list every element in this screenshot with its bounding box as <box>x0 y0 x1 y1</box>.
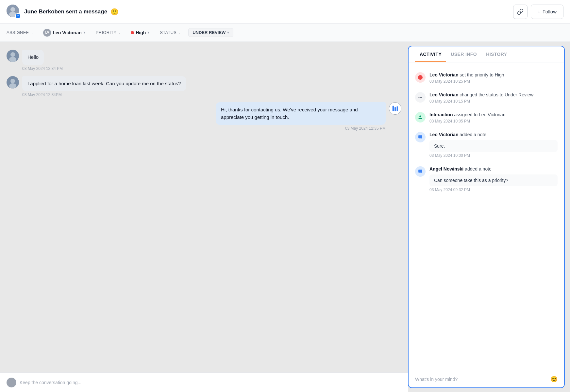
agent-avatar <box>389 102 401 115</box>
message-bubble-1: Hello <box>22 50 44 65</box>
message-time-3: 03 May 2024 12:35 PM <box>7 126 401 131</box>
status-value: UNDER REVIEW <box>193 30 226 35</box>
sender-avatar-stack: f <box>7 5 21 19</box>
activity-item-3: Interaction assigned to Leo Victorian 03… <box>415 107 558 127</box>
activity-panel: ACTIVITY USER INFO HISTORY ! Leo Victori… <box>408 46 565 388</box>
activity-item-2: Leo Victorian changed the status to Unde… <box>415 88 558 107</box>
activity-icon-4 <box>415 132 426 142</box>
panel-tabs: ACTIVITY USER INFO HISTORY <box>409 46 564 62</box>
svg-rect-10 <box>394 107 396 111</box>
header-emoji: 🙂 <box>110 8 119 16</box>
svg-point-5 <box>9 57 16 62</box>
platform-badge: f <box>15 13 21 19</box>
status-selector[interactable]: UNDER REVIEW ▾ <box>188 28 233 37</box>
message-row-3: Hi, thanks for contacting us. We've rece… <box>7 102 401 125</box>
tab-activity[interactable]: ACTIVITY <box>415 46 446 62</box>
activity-content-3: Interaction assigned to Leo Victorian 03… <box>429 111 558 123</box>
activity-content-5: Angel Nowinski added a note Can someone … <box>429 166 558 192</box>
svg-rect-11 <box>397 106 398 111</box>
activity-feed: ! Leo Victorian set the priority to High… <box>409 62 564 371</box>
activity-item-5: Angel Nowinski added a note Can someone … <box>415 162 558 196</box>
assignee-avatar: LV <box>43 29 51 37</box>
link-button[interactable] <box>513 5 528 19</box>
priority-item: PRIORITY : <box>96 30 120 35</box>
activity-text-3: Interaction assigned to Leo Victorian <box>429 111 558 118</box>
chat-input-avatar <box>7 378 16 387</box>
message-bubble-2: I applied for a home loan last week. Can… <box>22 76 186 91</box>
follow-button[interactable]: + Follow <box>531 5 563 19</box>
message-group-1: Hello 03 May 2024 12:34 PM <box>7 50 401 71</box>
priority-label: PRIORITY <box>96 30 116 35</box>
follow-icon: + <box>538 9 541 14</box>
message-time-2: 03 May 2024 12:34PM <box>7 92 401 97</box>
assignee-name: Leo Victorian <box>53 30 81 35</box>
activity-text-4: Leo Victorian added a note <box>429 131 558 138</box>
status-item: STATUS : <box>160 30 180 35</box>
activity-content-1: Leo Victorian set the priority to High 0… <box>429 72 558 84</box>
activity-text-1: Leo Victorian set the priority to High <box>429 72 558 78</box>
customer-avatar-1 <box>7 50 19 62</box>
activity-input-placeholder[interactable]: What's in your mind? <box>415 377 547 382</box>
svg-point-14 <box>419 97 419 98</box>
activity-icon-5 <box>415 166 426 177</box>
header-left: f June Berkoben sent a message 🙂 <box>7 5 119 19</box>
activity-icon-2 <box>415 92 426 103</box>
activity-text-5: Angel Nowinski added a note <box>429 166 558 172</box>
activity-icon-1: ! <box>415 72 426 83</box>
activity-note-4: Sure. <box>429 140 558 152</box>
svg-point-8 <box>9 83 16 89</box>
chat-panel: Hello 03 May 2024 12:34 PM I applied for… <box>0 42 408 392</box>
message-row-2: I applied for a home loan last week. Can… <box>7 76 401 91</box>
activity-time-3: 03 May 2024 10:05 PM <box>429 119 558 123</box>
status-label: STATUS <box>160 30 176 35</box>
customer-avatar-2 <box>7 76 19 89</box>
activity-input-bar: What's in your mind? 😊 <box>409 371 564 387</box>
activity-text-2: Leo Victorian changed the status to Unde… <box>429 91 558 98</box>
header-right: + Follow <box>513 5 563 19</box>
priority-value: High <box>136 30 146 35</box>
tab-user-info[interactable]: USER INFO <box>446 46 481 62</box>
priority-selector[interactable]: High ▾ <box>128 29 152 37</box>
assignee-item: ASSIGNEE : <box>7 30 33 35</box>
message-time-1: 03 May 2024 12:34 PM <box>7 66 401 71</box>
message-group-2: I applied for a home loan last week. Can… <box>7 76 401 97</box>
svg-point-7 <box>10 79 15 83</box>
svg-point-16 <box>421 97 422 98</box>
svg-text:!: ! <box>419 76 420 79</box>
priority-dot <box>131 31 134 34</box>
svg-point-1 <box>10 7 15 12</box>
svg-point-15 <box>420 97 421 98</box>
activity-time-2: 03 May 2024 10:15 PM <box>429 99 558 104</box>
activity-time-1: 03 May 2024 10:25 PM <box>429 79 558 84</box>
activity-content-2: Leo Victorian changed the status to Unde… <box>429 91 558 104</box>
assignee-chevron: ▾ <box>83 30 85 35</box>
status-chevron: ▾ <box>227 30 229 35</box>
follow-label: Follow <box>543 9 557 14</box>
message-row-1: Hello <box>7 50 401 65</box>
toolbar: ASSIGNEE : LV Leo Victorian ▾ PRIORITY :… <box>0 24 570 42</box>
assignee-label: ASSIGNEE <box>7 30 29 35</box>
activity-content-4: Leo Victorian added a note Sure. 03 May … <box>429 131 558 158</box>
activity-icon-3 <box>415 112 426 122</box>
activity-item-4: Leo Victorian added a note Sure. 03 May … <box>415 127 558 162</box>
chat-input-placeholder[interactable]: Keep the conversation going... <box>20 380 401 385</box>
chat-messages: Hello 03 May 2024 12:34 PM I applied for… <box>0 42 408 372</box>
activity-emoji-icon[interactable]: 😊 <box>550 376 558 383</box>
activity-time-5: 03 May 2024 09:32 PM <box>429 188 558 192</box>
main-content: Hello 03 May 2024 12:34 PM I applied for… <box>0 42 570 392</box>
assignee-selector[interactable]: LV Leo Victorian ▾ <box>41 27 88 38</box>
activity-time-4: 03 May 2024 10:00 PM <box>429 153 558 158</box>
header: f June Berkoben sent a message 🙂 + Follo… <box>0 0 570 24</box>
message-group-3: Hi, thanks for contacting us. We've rece… <box>7 102 401 131</box>
svg-rect-9 <box>393 106 394 111</box>
svg-point-4 <box>10 52 15 57</box>
tab-history[interactable]: HISTORY <box>481 46 511 62</box>
chat-input-bar: Keep the conversation going... <box>0 372 408 392</box>
header-title: June Berkoben sent a message <box>24 8 107 15</box>
activity-item-1: ! Leo Victorian set the priority to High… <box>415 68 558 88</box>
priority-chevron: ▾ <box>147 30 149 35</box>
activity-note-5: Can someone take this as a priority? <box>429 174 558 186</box>
message-bubble-3: Hi, thanks for contacting us. We've rece… <box>216 102 386 125</box>
